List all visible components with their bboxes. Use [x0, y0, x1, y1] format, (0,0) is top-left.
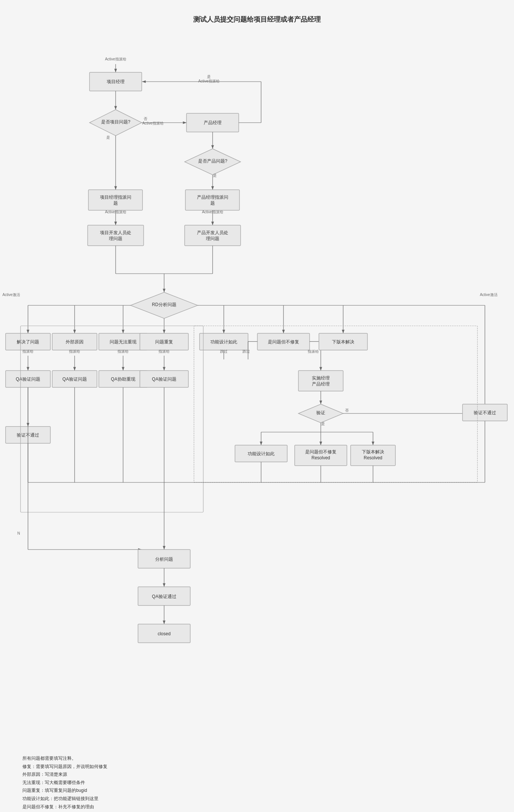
label-external: 外部原因	[66, 339, 84, 344]
notes-item-3: 问题重复：填写重复问题的bugid	[22, 787, 492, 795]
label-no-1: 否	[144, 117, 147, 121]
label-project-dev-1: 项目开发人员处	[100, 230, 131, 235]
label-active-assign-1: Active指派给	[142, 121, 163, 125]
label-pm-assign-1: 项目经理指派问	[100, 195, 131, 200]
label-next-ver-2-1: 下版本解决	[362, 449, 384, 454]
label-qa-verify-3: QA验证问题	[152, 377, 176, 382]
label-active-left: Active激活	[2, 293, 20, 297]
label-yes-project: 是	[106, 135, 110, 139]
label-assign-resolved: 指派给	[22, 349, 34, 353]
label-product-pm-assign-2: 题	[210, 201, 215, 206]
label-qa-pass: QA验证通过	[152, 594, 176, 599]
label-product-dev-1: 产品开发人员处	[197, 230, 228, 235]
label-duplicate: 问题重复	[155, 339, 173, 344]
page-title: 测试人员提交问题给项目经理或者产品经理	[0, 7, 514, 35]
label-rd-analyze: RD分析问题	[152, 302, 176, 307]
label-no-verify: 否	[345, 408, 349, 412]
box-product-pm-assign	[185, 190, 239, 210]
label-impl-pm-1: 实施经理	[312, 375, 330, 381]
flowchart-container: Active指派给 项目经理 是 Active指派给 是否项目问题? 否 Act…	[0, 35, 514, 743]
box-qa-enclosing	[21, 326, 203, 512]
label-active-right: Active激活	[480, 293, 497, 297]
label-qa-assist: QA协助重现	[111, 377, 135, 382]
label-pass-2: 跌过	[242, 349, 250, 353]
label-product-dev-2: 理问题	[206, 236, 219, 241]
label-project-manager: 项目经理	[107, 79, 125, 84]
box-product-dev	[185, 225, 241, 246]
flowchart-svg: Active指派给 项目经理 是 Active指派给 是否项目问题? 否 Act…	[0, 35, 514, 743]
label-is-product-issue: 是否产品问题?	[198, 158, 228, 164]
label-by-design-2: 功能设计如此	[248, 451, 275, 456]
label-wont-fix: 是问题但不修复	[268, 339, 299, 344]
label-verify-fail-2: 验证不通过	[474, 410, 496, 415]
notes-item-2: 无法重现：写大概需要哪些条件	[22, 779, 492, 787]
notes-section: 所有问题都需要填写注释。 修复：需要填写问题原因，并说明如何修复 外部原因：写清…	[0, 743, 514, 812]
notes-item-4: 功能设计如此：把功能逻辑链接到这里	[22, 795, 492, 803]
label-cannot-repro: 问题无法重现	[110, 339, 137, 344]
label-product-manager: 产品经理	[204, 120, 222, 125]
notes-item-5: 是问题但不修复：补充不修复的理由	[22, 803, 492, 811]
label-qa-verify-1: QA验证问题	[16, 377, 40, 382]
label-wont-fix-2-1: 是问题但不修复	[305, 449, 336, 454]
label-project-dev-2: 理问题	[109, 236, 122, 241]
box-pm-assign	[88, 190, 142, 210]
label-is-project-issue: 是否项目问题?	[101, 119, 131, 125]
label-assign-wont-fix: 指派给	[307, 349, 319, 353]
page-container: 测试人员提交问题给项目经理或者产品经理 Active指派给 项目经理	[0, 0, 514, 812]
label-yes-verify: 是	[321, 422, 325, 426]
box-project-dev	[88, 225, 144, 246]
notes-item-1: 外部原因：写清楚来源	[22, 771, 492, 779]
label-active-assign-top: Active指派给	[105, 57, 126, 61]
label-yes-product: 是	[213, 173, 217, 177]
label-next-version: 下版本解决	[332, 339, 354, 344]
label-closed: closed	[158, 631, 171, 636]
label-qa-verify-2: QA验证问题	[62, 377, 87, 382]
label-n: N	[17, 531, 20, 535]
label-next-ver-2-2: Resolved	[364, 455, 382, 460]
label-analyze: 分析问题	[155, 557, 173, 562]
label-pm-assign-2: 题	[113, 201, 118, 206]
label-impl-pm-2: 产品经理	[312, 381, 330, 387]
label-assign-cannot-repro: 指派给	[117, 349, 129, 353]
label-product-pm-assign-1: 产品经理指派问	[197, 195, 228, 200]
label-assign-dup: 指派给	[158, 349, 170, 353]
box-impl-pm	[298, 371, 343, 391]
label-wont-fix-2-2: Resolved	[311, 455, 330, 460]
label-assign-external: 指派给	[69, 349, 80, 353]
label-by-design: 功能设计如此	[210, 339, 237, 344]
notes-header: 所有问题都需要填写注释。	[22, 755, 492, 763]
label-resolved: 解决了问题	[17, 339, 39, 344]
label-yes-active: 是	[207, 75, 211, 79]
notes-item-0: 修复：需要填写问题原因，并说明如何修复	[22, 763, 492, 771]
label-verify: 验证	[316, 410, 325, 415]
label-active-assign-right: Active指派给	[198, 79, 219, 83]
